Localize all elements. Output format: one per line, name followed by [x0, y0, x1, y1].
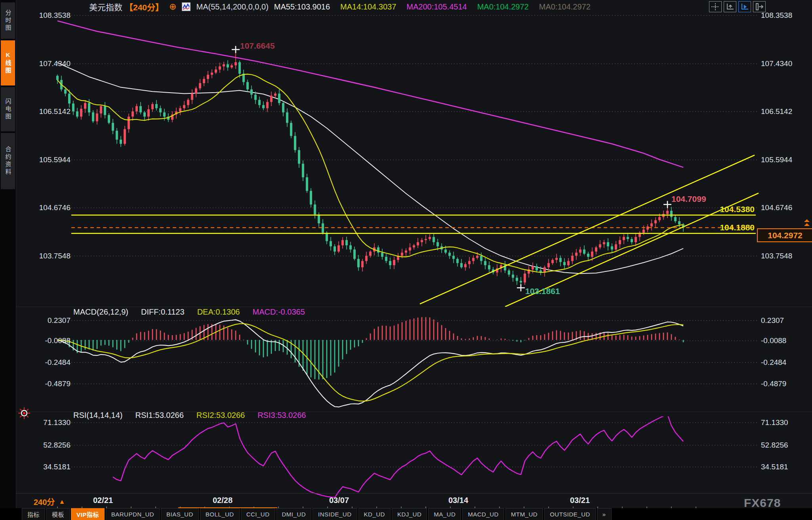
last-price-box: 104.2972 — [757, 228, 812, 242]
macd-header: MACD(26,12,9) DIFF:0.1123 DEA:0.1306 MAC… — [73, 307, 305, 317]
time-axis: 240分 ▲ 02/2102/2803/0703/1403/21 — [16, 493, 812, 509]
macd-macd-reading: MACD:-0.0365 — [252, 307, 305, 317]
tab-macd_ud[interactable]: MACD_UD — [462, 508, 504, 520]
alarm-icon[interactable] — [18, 407, 30, 419]
chart-header: 美元指数 【240分】 ⊕ MA(55,14,200,0,0,0) MA55:1… — [89, 1, 591, 12]
rsi1-reading: RSI1:53.0266 — [135, 411, 184, 420]
macd-axis-label-left: -0.4879 — [28, 380, 71, 388]
price-axis-label-right: 103.7548 — [761, 252, 804, 260]
ma-legend: MA55:103.9016MA14:104.3037MA200:105.4514… — [274, 2, 591, 11]
macd-axis-label-right: 0.2307 — [761, 316, 804, 325]
axis-scale-icon[interactable] — [724, 1, 736, 12]
macd-axis-label-right: -0.0088 — [761, 336, 804, 345]
pane-shift-icon[interactable] — [753, 1, 766, 12]
ma-reading-2: MA14:104.3037 — [340, 2, 396, 11]
tab-ma_ud[interactable]: MA_UD — [428, 508, 461, 520]
price-axis-label-right: 104.6746 — [761, 203, 804, 212]
macd-axis-label-left: -0.2484 — [28, 358, 71, 367]
date-label: 02/21 — [93, 496, 113, 505]
price-axis-label-right: 106.5142 — [761, 107, 804, 116]
tab-kd_ud[interactable]: KD_UD — [358, 508, 391, 520]
tab-模板[interactable]: 模板 — [46, 508, 70, 520]
rsi-axis-label-left: 71.1330 — [28, 418, 71, 427]
tab-»[interactable]: » — [597, 508, 612, 520]
macd-dea-reading: DEA:0.1306 — [197, 307, 240, 317]
rsi-formula: RSI(14,14,14) — [73, 411, 123, 420]
app-window: 分时图K线图闪电图合约资料 美元指数 【240分】 ⊕ MA(55,14,200… — [0, 0, 812, 520]
chart-canvas[interactable] — [16, 0, 812, 520]
rsi-axis-label-left: 52.8256 — [28, 441, 71, 450]
tab-dmi_ud[interactable]: DMI_UD — [276, 508, 312, 520]
resistance-label: 104.5380 — [711, 205, 755, 214]
price-axis-label-right: 108.3538 — [761, 11, 804, 20]
sidebar-item-1[interactable]: 分时图 — [1, 2, 15, 39]
ma-reading-5: MA0:104.2972 — [539, 2, 591, 11]
crosshair-move-icon[interactable] — [709, 1, 722, 12]
price-axis-label-left: 103.7548 — [28, 252, 71, 260]
chart-toolbar — [709, 1, 766, 12]
symbol-name: 美元指数 — [89, 1, 122, 13]
price-axis-label-left: 104.6746 — [28, 203, 71, 212]
rsi2-reading: RSI2:53.0266 — [196, 411, 245, 420]
rsi-axis-label-right: 71.1330 — [761, 418, 804, 427]
tab-指标[interactable]: 指标 — [22, 508, 45, 520]
price-axis-label-left: 105.5944 — [28, 156, 71, 164]
tab-cci_ud[interactable]: CCI_UD — [241, 508, 275, 520]
rsi-axis-label-right: 34.5181 — [761, 463, 804, 471]
period-indicator: 240分 ▲ — [34, 496, 65, 507]
sidebar-item-3[interactable]: 闪电图 — [1, 87, 15, 131]
price-spinner-icon[interactable] — [802, 218, 812, 228]
ma-reading-3: MA200:105.4514 — [406, 2, 467, 11]
date-label: 03/14 — [448, 496, 468, 505]
mini-chart-icon[interactable] — [182, 2, 191, 11]
rsi-axis-label-right: 52.8256 — [761, 441, 804, 450]
tab-barupdn_ud[interactable]: BARUPDN_UD — [106, 508, 160, 520]
price-axis-label-right: 107.4340 — [761, 59, 804, 68]
macd-axis-label-right: -0.4879 — [761, 380, 804, 388]
tab-bias_ud[interactable]: BIAS_UD — [161, 508, 199, 520]
macd-axis-label-right: -0.2484 — [761, 358, 804, 367]
period-arrow-icon[interactable]: ▲ — [59, 498, 65, 505]
chart-area: 美元指数 【240分】 ⊕ MA(55,14,200,0,0,0) MA55:1… — [16, 0, 812, 520]
rsi-axis-label-left: 34.5181 — [28, 463, 71, 471]
macd-axis-label-left: -0.0088 — [28, 336, 71, 345]
tab-outside_ud[interactable]: OUTSIDE_UD — [544, 508, 596, 520]
price-axis-label-left: 108.3538 — [28, 11, 71, 20]
indicator-tabbar: 指标模板VIP指标BARUPDN_UDBIAS_UDBOLL_UDCCI_UDD… — [0, 508, 812, 520]
recent-high-label: 104.7099 — [671, 194, 706, 204]
date-label: 02/28 — [213, 496, 233, 505]
support-label: 104.1880 — [711, 223, 755, 232]
macd-axis-label-left: 0.2307 — [28, 316, 71, 325]
period-tag[interactable]: 【240分】 — [125, 1, 164, 13]
price-axis-label-right: 105.5944 — [761, 156, 804, 164]
tab-vip指标[interactable]: VIP指标 — [71, 508, 105, 520]
rsi3-reading: RSI3:53.0266 — [257, 411, 306, 420]
tab-kdj_ud[interactable]: KDJ_UD — [392, 508, 427, 520]
tab-boll_ud[interactable]: BOLL_UD — [200, 508, 240, 520]
sidebar-item-2[interactable]: K线图 — [1, 40, 15, 85]
ma-reading-4: MA0:104.2972 — [477, 2, 529, 11]
swing-low-label: 103.1861 — [525, 287, 560, 296]
target-icon[interactable]: ⊕ — [169, 3, 176, 11]
sidebar-item-4[interactable]: 合约资料 — [1, 133, 15, 189]
date-label: 03/07 — [329, 496, 349, 505]
tab-mtm_ud[interactable]: MTM_UD — [505, 508, 543, 520]
ma-formula: MA(55,14,200,0,0,0) — [196, 2, 268, 11]
axis-play-icon[interactable] — [738, 1, 751, 12]
sidebar: 分时图K线图闪电图合约资料 — [0, 0, 16, 508]
price-axis-label-left: 106.5142 — [28, 107, 71, 116]
macd-diff-reading: DIFF:0.1123 — [141, 307, 185, 317]
macd-formula: MACD(26,12,9) — [73, 307, 128, 317]
panel-separator — [16, 307, 812, 307]
price-axis-label-left: 107.4340 — [28, 59, 71, 68]
ma-reading-1: MA55:103.9016 — [274, 2, 330, 11]
rsi-header: RSI(14,14,14) RSI1:53.0266 RSI2:53.0266 … — [73, 411, 306, 420]
tab-inside_ud[interactable]: INSIDE_UD — [313, 508, 357, 520]
period-text: 240分 — [34, 496, 55, 507]
swing-high-top-label: 107.6645 — [240, 41, 275, 51]
watermark: FX678 — [744, 496, 781, 510]
date-label: 03/21 — [570, 496, 590, 505]
